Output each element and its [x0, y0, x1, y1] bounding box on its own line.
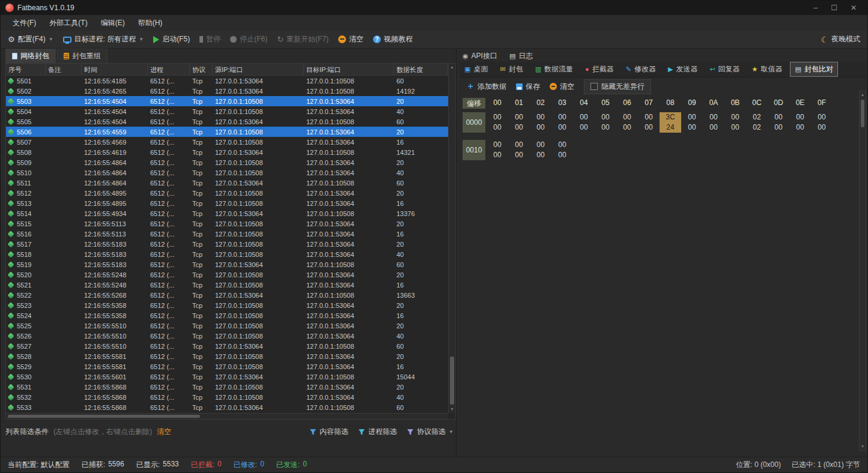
protocol-filter-button[interactable]: 协议筛选 ▼	[407, 427, 454, 437]
table-row[interactable]: 552012:16:55:52486512 (...Tcp127.0.0.1:1…	[6, 270, 448, 280]
tab-network-packets[interactable]: 网络封包	[5, 49, 56, 63]
table-row[interactable]: 551812:16:55:51836512 (...Tcp127.0.0.1:1…	[6, 249, 448, 259]
hex-clear-button[interactable]: 清空	[550, 82, 574, 92]
tab-traffic[interactable]: ▥数据流量	[531, 62, 577, 76]
hex-byte[interactable]: 00	[638, 122, 660, 133]
scroll-down-icon[interactable]: ▼	[860, 443, 866, 450]
hex-byte[interactable]: 00	[595, 122, 616, 133]
tab-compare[interactable]: ▤封包比对	[790, 62, 837, 77]
hex-byte[interactable]: 00	[703, 112, 724, 122]
hex-byte[interactable]: 00	[508, 122, 530, 133]
add-data-button[interactable]: ＋ 添加数据	[466, 81, 506, 92]
menu-file[interactable]: 文件(F)	[7, 16, 42, 30]
hex-byte[interactable]: 00	[551, 140, 573, 150]
maximize-button[interactable]: ☐	[831, 4, 837, 12]
tutorial-button[interactable]: ? 视频教程	[373, 34, 413, 44]
start-button[interactable]: 启动(F5)	[153, 34, 190, 44]
right-scrollbar[interactable]: ▲ ▼	[859, 91, 866, 451]
hex-byte[interactable]: 00	[616, 112, 638, 122]
horizontal-scrollbar[interactable]	[6, 413, 448, 419]
stop-button[interactable]: 停止(F6)	[230, 34, 267, 44]
hex-byte[interactable]: 00	[487, 112, 508, 122]
table-row[interactable]: 552712:16:55:55106512 (...Tcp127.0.0.1:5…	[6, 341, 448, 351]
column-header[interactable]: 备注	[46, 64, 82, 75]
tab-sender[interactable]: ▶发送器	[664, 62, 702, 76]
hex-byte[interactable]: 00	[573, 122, 595, 133]
hex-byte[interactable]: 02	[746, 122, 768, 133]
table-row[interactable]: 553312:16:55:58686512 (...Tcp127.0.0.1:5…	[6, 402, 448, 412]
table-row[interactable]: 553212:16:55:58686512 (...Tcp127.0.0.1:1…	[6, 392, 448, 402]
table-row[interactable]: 551712:16:55:51836512 (...Tcp127.0.0.1:1…	[6, 239, 448, 249]
scroll-up-icon[interactable]: ▲	[449, 64, 455, 71]
hex-byte[interactable]: 00	[789, 122, 811, 133]
hex-byte[interactable]: 00	[551, 112, 573, 122]
hex-byte[interactable]: 00	[681, 112, 703, 122]
hex-byte[interactable]: 00	[768, 112, 789, 122]
column-header[interactable]: 数据长度	[394, 64, 448, 75]
content-filter-button[interactable]: 内容筛选	[309, 427, 348, 437]
menu-external-tools[interactable]: 外部工具(T)	[43, 16, 93, 30]
scroll-down-icon[interactable]: ▼	[449, 406, 455, 413]
hex-byte[interactable]: 00	[703, 122, 724, 133]
table-row[interactable]: 553112:16:55:58686512 (...Tcp127.0.0.1:1…	[6, 382, 448, 392]
table-row[interactable]: 551112:16:55:48646512 (...Tcp127.0.0.1:5…	[6, 178, 448, 188]
scrollbar-thumb[interactable]	[8, 415, 200, 418]
table-row[interactable]: 550412:16:55:45046512 (...Tcp127.0.0.1:1…	[6, 106, 448, 116]
column-header[interactable]: 目标IP:端口	[304, 64, 394, 75]
table-row[interactable]: 552912:16:55:55816512 (...Tcp127.0.0.1:1…	[6, 361, 448, 372]
hex-byte[interactable]: 00	[530, 122, 551, 133]
table-row[interactable]: 551412:16:55:49346512 (...Tcp127.0.0.1:5…	[6, 208, 448, 218]
hex-byte[interactable]: 00	[530, 150, 551, 160]
scroll-up-icon[interactable]: ▲	[860, 91, 866, 98]
hex-byte[interactable]: 00	[487, 150, 508, 160]
hex-byte[interactable]: 00	[551, 122, 573, 133]
process-filter-button[interactable]: 进程筛选	[358, 427, 397, 437]
menu-edit[interactable]: 编辑(E)	[95, 16, 131, 30]
hex-byte[interactable]: 00	[768, 122, 789, 133]
hex-byte[interactable]: 00	[530, 140, 551, 150]
tab-replier[interactable]: ↩回复器	[705, 62, 744, 76]
config-button[interactable]: ⚙ 配置(F4) ▼	[8, 34, 53, 44]
table-row[interactable]: 551612:16:55:51136512 (...Tcp127.0.0.1:1…	[6, 229, 448, 239]
tab-api[interactable]: ◉API接口	[460, 50, 500, 62]
table-row[interactable]: 552112:16:55:52486512 (...Tcp127.0.0.1:1…	[6, 280, 448, 290]
table-row[interactable]: 552312:16:55:53586512 (...Tcp127.0.0.1:1…	[6, 300, 448, 310]
hex-byte[interactable]: 00	[508, 140, 530, 150]
table-row[interactable]: 551912:16:55:51836512 (...Tcp127.0.0.1:5…	[6, 259, 448, 270]
hex-byte[interactable]: 00	[616, 122, 638, 133]
table-row[interactable]: 550512:16:55:45046512 (...Tcp127.0.0.1:5…	[6, 116, 448, 127]
tab-desktop[interactable]: ▣桌面	[460, 62, 492, 76]
scrollbar-thumb[interactable]	[450, 357, 454, 405]
scrollbar-thumb[interactable]	[861, 100, 864, 127]
table-row[interactable]: 550612:16:55:45596512 (...Tcp127.0.0.1:1…	[6, 127, 448, 137]
table-row[interactable]: 551212:16:55:48956512 (...Tcp127.0.0.1:1…	[6, 188, 448, 198]
hex-byte[interactable]: 00	[811, 122, 833, 133]
night-mode-toggle[interactable]: ☾ 夜晚模式	[821, 34, 860, 44]
tab-packet-tab[interactable]: ✉封包	[496, 62, 527, 76]
table-row[interactable]: 551012:16:55:48646512 (...Tcp127.0.0.1:1…	[6, 167, 448, 178]
table-row[interactable]: 551512:16:55:51136512 (...Tcp127.0.0.1:1…	[6, 218, 448, 229]
hex-byte[interactable]: 00	[681, 122, 703, 133]
table-row[interactable]: 550912:16:55:48646512 (...Tcp127.0.0.1:1…	[6, 157, 448, 167]
hex-byte[interactable]: 3C	[660, 112, 681, 122]
table-row[interactable]: 552812:16:55:55816512 (...Tcp127.0.0.1:1…	[6, 351, 448, 361]
table-row[interactable]: 553012:16:55:56016512 (...Tcp127.0.0.1:5…	[6, 372, 448, 382]
table-row[interactable]: 552412:16:55:53586512 (...Tcp127.0.0.1:1…	[6, 310, 448, 321]
close-button[interactable]: ✕	[851, 4, 857, 12]
column-header[interactable]: 源IP:端口	[213, 64, 304, 75]
table-row[interactable]: 550212:16:55:42656512 (...Tcp127.0.0.1:5…	[6, 86, 448, 96]
column-header[interactable]: 协议	[190, 64, 213, 75]
hex-byte[interactable]: 00	[638, 112, 660, 122]
minimize-button[interactable]: –	[813, 4, 818, 12]
hex-byte[interactable]: 00	[530, 112, 551, 122]
hex-byte[interactable]: 00	[551, 150, 573, 160]
hex-byte[interactable]: 00	[508, 112, 530, 122]
hex-byte[interactable]: 00	[595, 112, 616, 122]
hex-byte[interactable]: 00	[724, 112, 746, 122]
tab-packet-reassembly[interactable]: 封包重组	[57, 49, 108, 63]
hex-byte[interactable]: 00	[487, 122, 508, 133]
table-row[interactable]: 550712:16:55:45696512 (...Tcp127.0.0.1:1…	[6, 137, 448, 147]
hex-byte[interactable]: 02	[746, 112, 768, 122]
tab-extractor[interactable]: ★取值器	[748, 62, 787, 76]
hex-byte[interactable]: 00	[789, 112, 811, 122]
